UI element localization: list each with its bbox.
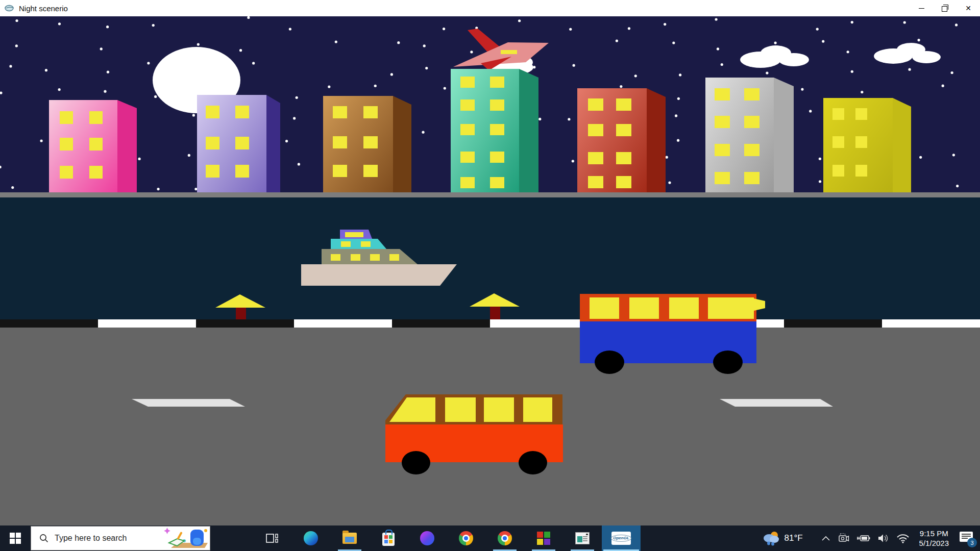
building-brown	[323, 96, 411, 192]
search-icon	[39, 534, 48, 543]
building-pink	[49, 100, 137, 192]
clock-date: 5/1/2023	[919, 538, 949, 548]
search-input[interactable]: Type here to search	[31, 526, 210, 550]
tray-overflow-chevron[interactable]	[821, 534, 831, 542]
taskbar-edge-button[interactable]	[291, 525, 330, 551]
window-titlebar: Night scenerio ✕	[0, 0, 980, 16]
start-button[interactable]	[0, 525, 31, 551]
search-daily-doodle	[162, 525, 209, 550]
temperature-label: 81°F	[785, 533, 803, 543]
sidewalk-strip	[0, 192, 980, 197]
clock-widget[interactable]: 9:15 PM 5/1/2023	[919, 529, 949, 548]
building-yellow	[823, 98, 911, 192]
file-explorer-icon	[342, 533, 357, 544]
colored-squares-icon	[537, 532, 550, 545]
task-view-icon	[266, 532, 278, 544]
taskbar-app-window-button[interactable]	[563, 525, 602, 551]
taskbar-apps: OpenGL	[253, 525, 641, 551]
chrome-icon	[459, 531, 473, 545]
building-gray	[705, 78, 794, 192]
windows-logo-icon	[10, 533, 21, 544]
close-button[interactable]: ✕	[957, 0, 980, 16]
taskbar-office-button[interactable]	[408, 525, 447, 551]
taskbar-opengl-button[interactable]: OpenGL	[602, 525, 641, 551]
building-red	[577, 88, 666, 192]
close-icon: ✕	[965, 5, 971, 12]
meet-now-camera-icon[interactable]	[838, 533, 850, 543]
wifi-icon[interactable]	[896, 533, 910, 543]
volume-icon[interactable]	[877, 533, 890, 543]
opengl-icon: OpenGL	[611, 532, 631, 545]
notification-count-badge: 3	[967, 538, 977, 547]
taskbar-chrome-button-1[interactable]	[447, 525, 485, 551]
weather-widget[interactable]: 81°F	[762, 531, 803, 546]
task-view-button[interactable]	[253, 525, 291, 551]
window-title: Night scenerio	[19, 4, 68, 13]
curb	[0, 319, 980, 328]
search-placeholder: Type here to search	[55, 534, 127, 543]
store-icon	[382, 533, 395, 546]
taskbar-chrome-button-2[interactable]	[485, 525, 524, 551]
minimize-button[interactable]	[910, 0, 933, 16]
action-center-button[interactable]: 3	[959, 530, 976, 547]
app-window-icon	[575, 532, 590, 544]
night-scene-canvas	[0, 16, 980, 525]
clock-time: 9:15 PM	[919, 529, 949, 539]
system-tray: 81°F	[762, 525, 980, 551]
desktop-screen: Night scenerio ✕ Type here to search	[0, 0, 980, 551]
lane-marking	[720, 399, 833, 407]
edge-icon	[304, 531, 318, 545]
restore-icon	[942, 6, 947, 12]
battery-charging-icon[interactable]	[856, 534, 871, 543]
minimize-icon	[919, 8, 924, 9]
window-controls: ✕	[910, 0, 980, 16]
building-teal	[451, 69, 538, 192]
taskbar-file-explorer-button[interactable]	[330, 525, 369, 551]
building-purple	[197, 95, 280, 192]
lane-marking	[132, 399, 245, 407]
weather-icon	[762, 531, 780, 546]
taskbar: Type here to search	[0, 525, 980, 551]
taskbar-store-button[interactable]	[369, 525, 408, 551]
chrome-icon	[498, 531, 512, 545]
blue-bus	[580, 294, 765, 374]
restore-button[interactable]	[933, 0, 957, 16]
taskbar-dev-squares-button[interactable]	[524, 525, 563, 551]
office-365-icon	[420, 531, 434, 545]
opengl-app-icon	[5, 5, 15, 12]
